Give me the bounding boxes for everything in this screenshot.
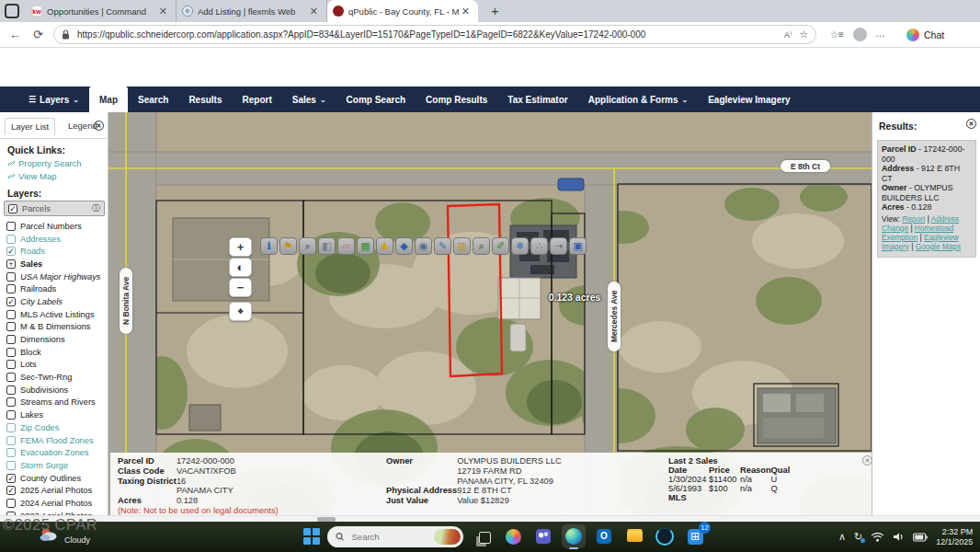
nav-item-application-forms[interactable]: Application & Forms⌄ bbox=[578, 86, 699, 112]
eraser-tool[interactable]: ▱ bbox=[337, 237, 355, 255]
nav-item-comp-results[interactable]: Comp Results bbox=[416, 86, 497, 112]
layer-row-m-b-dimensions[interactable]: M & B Dimensions bbox=[0, 321, 108, 334]
layer-row-city-labels[interactable]: ✓City Labels bbox=[0, 295, 108, 308]
hidden-icons-chevron[interactable]: ∧ bbox=[838, 531, 846, 543]
nav-item-layers[interactable]: ☰Layers⌄ bbox=[18, 86, 89, 112]
more-menu-icon[interactable]: … bbox=[875, 28, 885, 39]
select-parcels-tool[interactable]: ▦ bbox=[357, 237, 374, 255]
layer-checkbox[interactable] bbox=[6, 461, 16, 470]
layer-checkbox[interactable] bbox=[6, 436, 16, 445]
nav-item-map[interactable]: Map bbox=[89, 86, 128, 112]
layer-row-usa-major-highways[interactable]: USA Major Highways bbox=[0, 270, 108, 283]
info-panel-close-icon[interactable]: ✕ bbox=[862, 455, 872, 466]
layer-row-fema-flood-zones[interactable]: FEMA Flood Zones bbox=[0, 434, 108, 447]
layer-checkbox[interactable] bbox=[6, 448, 16, 457]
browser-tab[interactable]: Add Listing | flexmls Web✕ bbox=[177, 0, 327, 22]
layer-checkbox[interactable] bbox=[6, 272, 16, 282]
copilot-icon[interactable] bbox=[501, 524, 525, 548]
quick-link-view-map[interactable]: View Map bbox=[7, 171, 82, 181]
layer-row-block[interactable]: Block bbox=[0, 346, 108, 359]
tab-layer-list[interactable]: Layer List bbox=[5, 118, 55, 135]
layer-row-county-outlines[interactable]: ✓County Outlines bbox=[0, 472, 108, 485]
layer-checkbox[interactable] bbox=[6, 499, 16, 508]
sidebar-close-icon[interactable]: ✕ bbox=[94, 121, 104, 131]
collections-icon[interactable]: ☆≡ bbox=[830, 29, 844, 40]
outlook-icon[interactable] bbox=[592, 524, 616, 548]
teams-icon[interactable] bbox=[531, 524, 555, 548]
nav-item-tax-estimator[interactable]: Tax Estimator bbox=[497, 86, 577, 112]
layer-row-sales[interactable]: +Sales bbox=[0, 258, 108, 270]
layer-checkbox[interactable] bbox=[6, 348, 16, 357]
save-tool[interactable]: ▣ bbox=[569, 237, 587, 255]
result-card[interactable]: Parcel ID - 17242-000-000Address - 912 E… bbox=[877, 140, 976, 258]
street-view-tool[interactable]: ♟ bbox=[376, 237, 393, 255]
read-aloud-icon[interactable]: A⁾ bbox=[784, 30, 792, 40]
alexa-icon[interactable] bbox=[653, 524, 677, 548]
layer-checkbox[interactable] bbox=[6, 335, 16, 344]
layer-checkbox[interactable] bbox=[6, 322, 16, 331]
identify-tool[interactable]: ℹ bbox=[260, 237, 278, 255]
layer-row-addresses[interactable]: Addresses bbox=[0, 233, 108, 246]
layer-row-storm-surge[interactable]: Storm Surge bbox=[0, 459, 108, 472]
layer-checkbox[interactable]: ✓ bbox=[6, 486, 16, 495]
battery-icon[interactable] bbox=[913, 533, 928, 542]
edit-layers-tool[interactable]: ✎ bbox=[434, 237, 451, 255]
locate-button[interactable]: ⌖ bbox=[229, 302, 252, 321]
refresh-icon[interactable]: ⟳ bbox=[33, 28, 43, 41]
layer-checkbox[interactable] bbox=[6, 360, 16, 369]
profile-avatar[interactable] bbox=[853, 28, 867, 41]
browser-tab[interactable]: kwOpportunities | Command✕ bbox=[26, 0, 177, 22]
layer-checkbox[interactable]: ✓ bbox=[6, 474, 16, 483]
pan-tool[interactable]: ◧ bbox=[318, 237, 336, 255]
info-icon[interactable]: ⓘ bbox=[92, 202, 100, 214]
home-extent-button[interactable]: ◐ bbox=[229, 258, 252, 277]
tab-close-icon[interactable]: ✕ bbox=[459, 6, 473, 17]
camera-tool[interactable]: ◉ bbox=[415, 237, 432, 255]
layer-checkbox[interactable] bbox=[6, 284, 16, 293]
layer-checkbox[interactable]: ✓ bbox=[8, 204, 17, 213]
zoom-out-button[interactable]: − bbox=[229, 278, 252, 297]
sync-icon[interactable]: ↻ bbox=[854, 531, 862, 543]
task-view-icon[interactable] bbox=[471, 524, 495, 548]
layer-row-streams-and-rivers[interactable]: Streams and Rivers bbox=[0, 397, 108, 409]
layer-row-sec-twn-rng[interactable]: Sec-Twn-Rng bbox=[0, 371, 108, 384]
volume-icon[interactable] bbox=[893, 532, 905, 542]
tab-actions-icon[interactable] bbox=[5, 4, 19, 18]
results-close-icon[interactable]: ✕ bbox=[966, 119, 976, 129]
layer-row-mls-active-listings[interactable]: MLS Active Listings bbox=[0, 308, 108, 321]
quick-link-property-search[interactable]: Property Search bbox=[7, 158, 82, 168]
browser-tab[interactable]: qPublic - Bay County, FL - Map✕ bbox=[327, 0, 478, 22]
layer-checkbox[interactable] bbox=[6, 410, 16, 420]
zoom-in-button[interactable]: + bbox=[229, 237, 252, 257]
layer-checkbox[interactable] bbox=[6, 385, 16, 395]
magnifier-tool[interactable]: ⌕ bbox=[473, 237, 490, 255]
layer-row-dimensions[interactable]: Dimensions bbox=[0, 333, 108, 346]
layer-row-lakes[interactable]: Lakes bbox=[0, 408, 108, 421]
layer-row-2025-aerial-photos[interactable]: ✓2025 Aerial Photos bbox=[0, 484, 108, 497]
layer-row-2024-aerial-photos[interactable]: 2024 Aerial Photos bbox=[0, 497, 108, 510]
draw-tool[interactable]: ✐ bbox=[492, 237, 509, 255]
edge-icon[interactable] bbox=[562, 524, 586, 548]
tab-close-icon[interactable]: ✕ bbox=[156, 6, 170, 17]
start-button[interactable] bbox=[303, 528, 320, 545]
taskbar-search[interactable] bbox=[327, 526, 463, 547]
nav-item-comp-search[interactable]: Comp Search bbox=[336, 86, 416, 112]
favorite-star-icon[interactable]: ☆ bbox=[799, 29, 808, 40]
horizontal-scrollbar[interactable] bbox=[0, 515, 980, 522]
result-link-report[interactable]: Report bbox=[902, 214, 925, 224]
layer-row-parcels[interactable]: ✓Parcelsⓘ bbox=[4, 201, 105, 216]
layer-checkbox[interactable] bbox=[6, 310, 16, 319]
clear-graphics-tool[interactable]: ❄ bbox=[511, 237, 529, 255]
mls-label[interactable]: MLS bbox=[668, 493, 793, 502]
zoom-window-tool[interactable]: ⌕ bbox=[299, 237, 316, 255]
layer-checkbox[interactable] bbox=[6, 397, 16, 407]
pushpin-tool[interactable]: ⚑ bbox=[279, 237, 297, 255]
expand-icon[interactable]: + bbox=[6, 259, 16, 269]
layer-row-zip-codes[interactable]: Zip Codes bbox=[0, 421, 108, 434]
nav-item-search[interactable]: Search bbox=[128, 86, 178, 112]
back-icon[interactable]: ← bbox=[9, 28, 21, 41]
url-input[interactable] bbox=[75, 29, 784, 40]
copilot-chat-button[interactable]: Chat bbox=[899, 26, 952, 44]
taskbar-search-input[interactable] bbox=[350, 531, 428, 543]
file-explorer-icon[interactable] bbox=[622, 524, 646, 548]
